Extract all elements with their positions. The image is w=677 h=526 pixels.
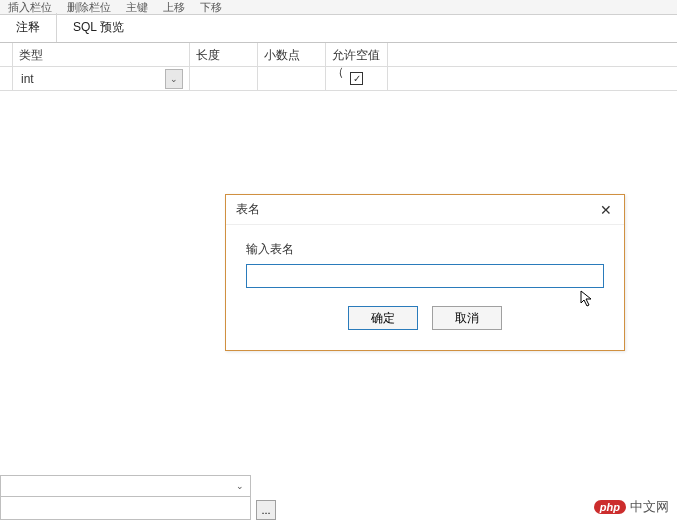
type-dropdown[interactable]: int ⌄ — [19, 69, 183, 88]
more-button[interactable]: ... — [256, 500, 276, 520]
cell-length[interactable] — [190, 67, 258, 90]
cell-null[interactable]: ✓ — [326, 67, 388, 90]
allow-null-checkbox[interactable]: ✓ — [350, 72, 363, 85]
tab-sql-preview[interactable]: SQL 预览 — [57, 13, 141, 42]
chevron-down-icon[interactable]: ⌄ — [232, 477, 248, 495]
cell-rest[interactable] — [388, 67, 414, 90]
table-name-dialog: 表名 ✕ 输入表名 确定 取消 — [225, 194, 625, 351]
watermark: php 中文网 — [594, 498, 669, 516]
col-header-type: 类型 — [13, 43, 190, 66]
col-header-blank — [0, 43, 13, 66]
col-header-decimal: 小数点 — [258, 43, 326, 66]
close-icon[interactable]: ✕ — [596, 202, 616, 218]
dialog-body: 输入表名 确定 取消 — [226, 225, 624, 350]
dialog-titlebar: 表名 ✕ — [226, 195, 624, 225]
col-header-length: 长度 — [190, 43, 258, 66]
dialog-buttons: 确定 取消 — [246, 306, 604, 330]
php-badge-icon: php — [594, 500, 626, 514]
type-value: int — [21, 72, 34, 86]
cell-decimal[interactable] — [258, 67, 326, 90]
dialog-label: 输入表名 — [246, 241, 604, 258]
dialog-title: 表名 — [236, 201, 260, 218]
cell-type[interactable]: int ⌄ — [13, 67, 190, 90]
ok-button[interactable]: 确定 — [348, 306, 418, 330]
chevron-down-icon[interactable]: ⌄ — [165, 69, 183, 89]
cancel-button[interactable]: 取消 — [432, 306, 502, 330]
grid-header: 类型 长度 小数点 允许空值（ — [0, 43, 677, 67]
col-header-null: 允许空值（ — [326, 43, 388, 66]
bottom-dropdown[interactable]: ⌄ — [0, 475, 251, 497]
bottom-input[interactable] — [0, 496, 251, 520]
column-grid: 类型 长度 小数点 允许空值（ int ⌄ ✓ — [0, 43, 677, 91]
toolbar-item-up[interactable]: 上移 — [163, 0, 185, 15]
toolbar-item-down[interactable]: 下移 — [200, 0, 222, 15]
cell-blank[interactable] — [0, 67, 13, 90]
tab-comment[interactable]: 注释 — [0, 13, 57, 42]
bottom-panel: ⌄ ... php 中文网 — [0, 475, 677, 526]
table-name-input[interactable] — [246, 264, 604, 288]
watermark-text: 中文网 — [630, 498, 669, 516]
grid-row[interactable]: int ⌄ ✓ — [0, 67, 677, 91]
tab-bar: 注释 SQL 预览 — [0, 15, 677, 43]
